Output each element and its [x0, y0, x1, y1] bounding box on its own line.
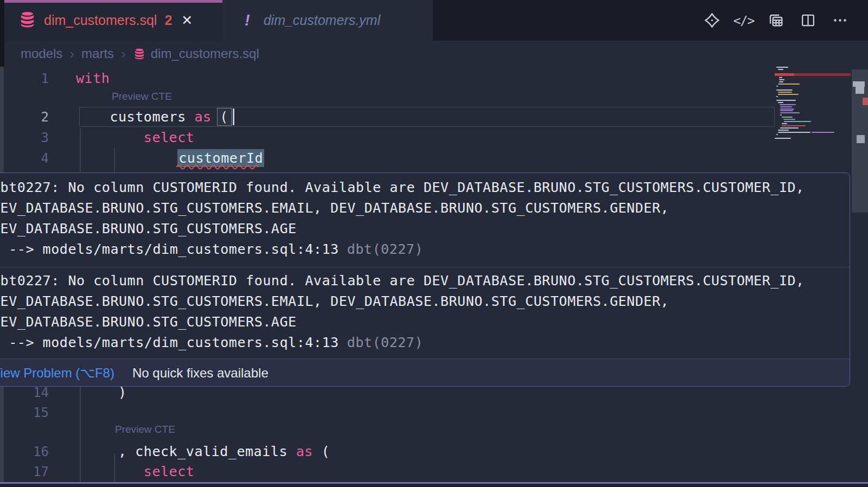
error-squiggle: [176, 164, 263, 170]
database-icon: [133, 47, 146, 60]
code-token: , check_valid_emails: [118, 444, 296, 459]
code-token: select: [144, 464, 195, 479]
line-number: 3: [16, 127, 49, 148]
overview-ruler-error-marker: [863, 98, 868, 105]
split-editor-icon[interactable]: [799, 12, 816, 29]
indent-guide: [114, 148, 115, 172]
line-number: 15: [16, 402, 49, 422]
code-token: as: [296, 444, 322, 459]
minimap-line: [778, 94, 799, 95]
minimap-line: [784, 121, 811, 122]
minimap-line: [780, 110, 793, 111]
error-text: DEV_DATABASE.BRUNO.STG_CUSTOMERS.EMAIL, …: [0, 291, 850, 312]
error-text: dbt0227: No column CUSTOMERID found. Ava…: [0, 177, 850, 198]
code-line-17[interactable]: select: [144, 462, 195, 482]
breadcrumb: models › marts › dim_customers.sql: [0, 41, 868, 67]
window-edge: [0, 0, 4, 67]
error-location-line: --> models/marts/dim_customers.sql:4:13d…: [0, 239, 850, 260]
minimap-error-line-hot: [775, 73, 794, 76]
breadcrumb-item-file[interactable]: dim_customers.sql: [133, 46, 259, 61]
minimap-line: [779, 81, 783, 82]
minimap-line: [782, 117, 793, 118]
minimap-line: [778, 132, 810, 133]
minimap-line: [780, 108, 794, 110]
close-icon[interactable]: ✕: [181, 12, 193, 28]
panel-edge: [0, 484, 868, 487]
dbt-icon[interactable]: [703, 12, 720, 29]
line-number: 17: [16, 462, 49, 482]
minimap-line: [812, 132, 834, 133]
code-token: (: [321, 444, 330, 459]
more-actions-icon[interactable]: [831, 12, 848, 29]
tab-filename-preview: dim_customers.yml: [264, 12, 380, 28]
codelens-preview-cte[interactable]: Preview CTE: [115, 424, 175, 435]
minimap-line: [776, 96, 778, 97]
minimap-line: [780, 127, 799, 129]
breadcrumb-item-marts[interactable]: marts: [81, 46, 114, 61]
vscode-editor-window: { "colors": { "accent_pink": "#f0538e", …: [0, 0, 868, 487]
line-number: 16: [16, 441, 49, 462]
line-number: 4: [16, 148, 49, 168]
minimap-line: [782, 123, 787, 124]
chevron-right-icon: ›: [69, 46, 74, 62]
minimap-line: [778, 84, 800, 85]
line-number: 2: [16, 107, 49, 127]
error-text: DEV_DATABASE.BRUNO.STG_CUSTOMERS.EMAIL, …: [0, 198, 850, 219]
minimap-line: [782, 125, 806, 126]
code-line-2[interactable]: customers as (: [110, 107, 228, 127]
chevron-right-icon: ›: [121, 46, 126, 62]
database-icon: [18, 10, 37, 31]
minimap-line: [780, 104, 796, 105]
error-code: dbt(0227): [347, 241, 423, 257]
code-line-3[interactable]: select: [144, 127, 195, 148]
tab-dim-customers-yml[interactable]: ! dim_customers.yml: [222, 0, 433, 41]
code-token: as: [194, 109, 220, 125]
error-location: --> models/marts/dim_customers.sql:4:13: [0, 335, 339, 350]
minimap-line: [783, 119, 795, 120]
breadcrumb-item-models[interactable]: models: [21, 46, 62, 61]
inline-code-icon[interactable]: </>: [735, 12, 752, 29]
minimap-line: [776, 100, 796, 101]
minimap-line: [776, 67, 788, 68]
minimap-line: [778, 102, 783, 103]
minimap-line: [776, 89, 793, 91]
overview-ruler-marker: [857, 135, 865, 143]
minimap-line: [775, 138, 791, 139]
quickfix-status-bar: View Problem (⌥F8) No quick fixes availa…: [0, 359, 850, 387]
error-location-line: --> models/marts/dim_customers.sql:4:13d…: [0, 332, 850, 353]
minimap-line: [778, 130, 789, 131]
error-code: dbt(0227): [347, 335, 423, 350]
minimap-line: [779, 77, 782, 78]
text-cursor: [233, 108, 234, 125]
code-token: with: [76, 71, 110, 86]
minimap-line: [780, 112, 800, 113]
minimap-line: [778, 92, 792, 93]
tab-dim-customers-sql[interactable]: dim_customers.sql 2 ✕: [4, 0, 222, 41]
code-line-1[interactable]: with: [76, 68, 110, 88]
indent-guide: [80, 128, 81, 172]
indent-guide: [114, 453, 115, 482]
editor-tab-bar: dim_customers.sql 2 ✕ ! dim_customers.ym…: [0, 0, 868, 41]
overview-ruler-marker: [856, 87, 864, 94]
error-message-2: dbt0227: No column CUSTOMERID found. Ava…: [0, 267, 850, 358]
error-text: DEV_DATABASE.BRUNO.STG_CUSTOMERS.AGE: [0, 219, 850, 239]
query-results-icon[interactable]: [767, 12, 784, 29]
view-problem-link[interactable]: View Problem (⌥F8): [0, 366, 114, 381]
exclamation-icon: !: [245, 11, 250, 29]
minimap-line: [780, 114, 782, 116]
minimap-line: [778, 69, 783, 70]
error-text: DEV_DATABASE.BRUNO.STG_CUSTOMERS.AGE: [0, 312, 850, 332]
tab-filename: dim_customers.sql: [44, 12, 157, 28]
line-number: 1: [16, 68, 49, 88]
minimap-line: [779, 79, 784, 80]
code-line-16[interactable]: , check_valid_emails as (: [118, 441, 330, 462]
bracket-match-highlight: [217, 108, 232, 126]
error-hover-popup: dbt0227: No column CUSTOMERID found. Ava…: [0, 172, 850, 387]
codelens-preview-cte[interactable]: Preview CTE: [112, 91, 172, 102]
minimap-line: [776, 86, 778, 87]
code-token: ): [118, 385, 127, 400]
overview-ruler-marker: [853, 81, 865, 87]
tab-problem-badge: 2: [164, 12, 172, 28]
minimap-line: [776, 134, 778, 135]
error-message-1: dbt0227: No column CUSTOMERID found. Ava…: [0, 173, 850, 267]
